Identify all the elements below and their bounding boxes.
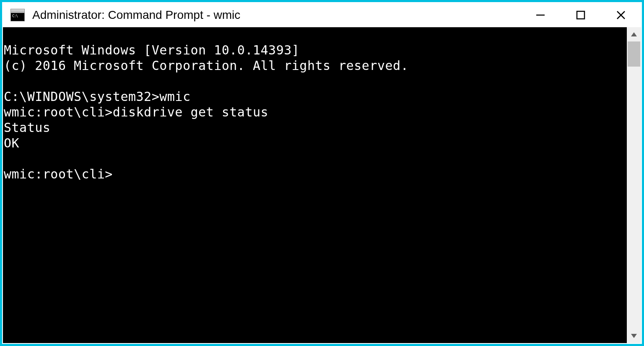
command-prompt-window: C:\ Administrator: Command Prompt - wmic bbox=[2, 2, 642, 344]
svg-marker-4 bbox=[631, 32, 637, 36]
window-controls bbox=[520, 3, 641, 27]
close-icon bbox=[615, 9, 627, 21]
window-title: Administrator: Command Prompt - wmic bbox=[32, 8, 240, 22]
maximize-button[interactable] bbox=[561, 3, 601, 27]
client-area: Microsoft Windows [Version 10.0.14393] (… bbox=[3, 27, 641, 343]
chevron-down-icon bbox=[631, 334, 637, 338]
scroll-down-button[interactable] bbox=[627, 329, 641, 343]
vertical-scrollbar[interactable] bbox=[627, 27, 641, 343]
scroll-track[interactable] bbox=[627, 41, 641, 329]
minimize-icon bbox=[535, 9, 546, 21]
scroll-up-button[interactable] bbox=[627, 27, 641, 41]
titlebar-left: C:\ Administrator: Command Prompt - wmic bbox=[3, 8, 520, 22]
titlebar[interactable]: C:\ Administrator: Command Prompt - wmic bbox=[3, 3, 641, 27]
cmd-app-icon: C:\ bbox=[10, 9, 25, 21]
close-button[interactable] bbox=[601, 3, 641, 27]
chevron-up-icon bbox=[631, 32, 637, 36]
selection-frame: C:\ Administrator: Command Prompt - wmic bbox=[0, 0, 644, 346]
terminal-output[interactable]: Microsoft Windows [Version 10.0.14393] (… bbox=[3, 40, 627, 331]
maximize-icon bbox=[575, 9, 587, 21]
svg-rect-1 bbox=[577, 11, 584, 19]
svg-marker-5 bbox=[631, 334, 637, 338]
minimize-button[interactable] bbox=[520, 3, 561, 27]
scroll-thumb[interactable] bbox=[628, 41, 640, 67]
